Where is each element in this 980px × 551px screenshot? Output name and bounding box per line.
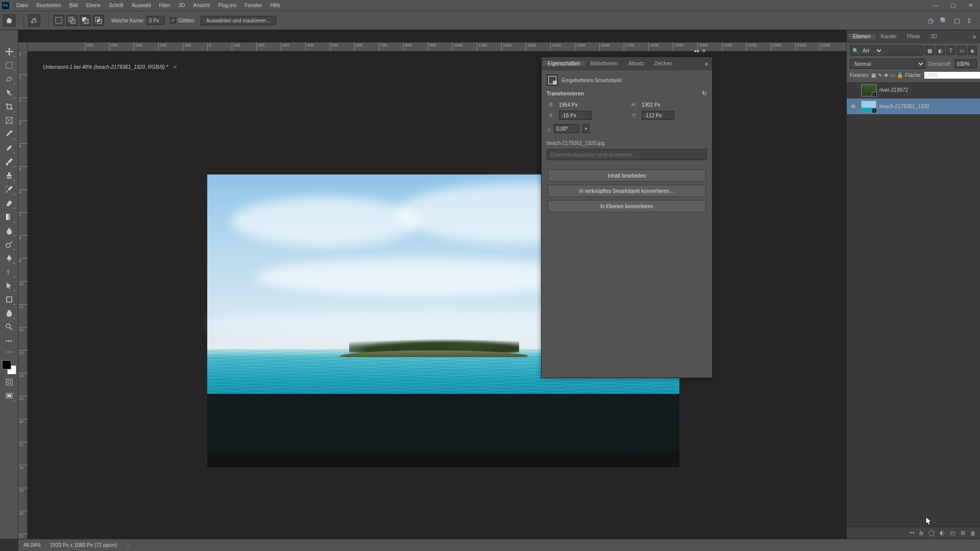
eraser-tool[interactable] [3, 197, 15, 209]
lock-all-icon[interactable]: 🔒 [897, 71, 903, 79]
x-input[interactable] [559, 111, 592, 120]
shape-tool[interactable] [3, 293, 15, 306]
edit-contents-button[interactable]: Inhalt bearbeiten [548, 169, 706, 182]
pen-tool[interactable] [3, 252, 15, 264]
minimize-button[interactable]: — [927, 0, 944, 11]
workspace-icon[interactable]: ▢ [954, 17, 960, 24]
convert-layers-button[interactable]: In Ebenen konvertieren [548, 200, 706, 212]
zoom-tool[interactable] [3, 321, 15, 333]
menu-bearbeiten[interactable]: Bearbeiten [32, 3, 65, 8]
blend-mode-select[interactable]: Normal [850, 59, 925, 69]
layer-group-icon[interactable]: 🗀 [950, 530, 955, 536]
menu-ansicht[interactable]: Ansicht [189, 3, 214, 8]
layer-comp-select[interactable] [547, 149, 707, 160]
new-layer-icon[interactable]: ⊞ [961, 530, 965, 536]
crop-tool[interactable] [3, 101, 15, 113]
filter-kind-select[interactable]: Art [861, 47, 883, 54]
close-tab-icon[interactable]: ✕ [173, 64, 177, 70]
lock-transparency-icon[interactable]: ▦ [871, 71, 876, 79]
layer-thumbnail[interactable]: ▫ [861, 101, 876, 113]
blur-tool[interactable] [3, 224, 15, 237]
status-more-icon[interactable]: 〉 [127, 542, 132, 549]
menu-bild[interactable]: Bild [65, 3, 82, 8]
share-icon[interactable]: ⇪ [966, 17, 972, 24]
menu-datei[interactable]: Datei [12, 3, 32, 8]
angle-dropdown-icon[interactable]: ▾ [582, 124, 590, 133]
menu-filter[interactable]: Filter [155, 3, 175, 8]
adjustment-layer-icon[interactable]: ◐ [940, 530, 945, 536]
layers-tab-pfade[interactable]: Pfade [902, 34, 925, 39]
properties-tab-zeichen[interactable]: Zeichen [649, 61, 677, 66]
layer-name[interactable]: river-219972 [879, 87, 908, 93]
visibility-toggle-icon[interactable]: 👁 [849, 103, 858, 110]
lock-paint-icon[interactable]: ✎ [878, 71, 882, 79]
maximize-button[interactable]: ▢ [944, 0, 962, 11]
document-tab[interactable]: Unbenannt-1 bei 48% (beach-2179361_1920,… [37, 62, 183, 72]
properties-tab-absatz[interactable]: Absatz [623, 61, 649, 66]
move-tool[interactable] [3, 45, 15, 58]
menu-plug-ins[interactable]: Plug-ins [214, 3, 240, 8]
layer-name[interactable]: beach-2179361_1920 [879, 104, 929, 109]
color-swatches[interactable] [2, 360, 16, 374]
cloud-sync-icon[interactable]: ◷ [928, 17, 934, 24]
vertical-ruler[interactable]: 01234567891011121314151617181920212223 [18, 52, 28, 539]
height-value[interactable]: 1302 Px [642, 102, 707, 108]
stamp-tool[interactable] [3, 169, 15, 182]
layers-tab-ebenen[interactable]: Ebenen [848, 34, 875, 39]
layers-panel-menu-icon[interactable]: ≡ [973, 34, 976, 40]
y-input[interactable] [642, 111, 674, 120]
heal-tool[interactable] [3, 142, 15, 154]
type-tool[interactable]: T [3, 266, 15, 278]
brush-tool[interactable] [3, 156, 15, 168]
panel-menu-icon[interactable]: ≡ [705, 61, 708, 67]
layers-tab-3d[interactable]: 3D [925, 34, 942, 39]
fg-color-swatch[interactable] [2, 360, 11, 369]
filter-smart-icon[interactable]: ◈ [968, 46, 977, 55]
active-tool-icon[interactable] [28, 14, 40, 27]
angle-input[interactable] [554, 124, 579, 133]
search-app-icon[interactable]: 🔍 [940, 17, 948, 24]
quick-mask-toggle[interactable] [3, 376, 15, 388]
subtract-selection-icon[interactable] [80, 15, 91, 26]
menu-auswahl[interactable]: Auswahl [128, 3, 155, 8]
layer-row[interactable]: ▫ river-219972 [847, 82, 980, 98]
more-tools[interactable]: ••• [3, 335, 15, 347]
lasso-tool[interactable] [3, 73, 15, 85]
marquee-tool[interactable] [3, 59, 15, 71]
antialias-checkbox[interactable] [170, 17, 176, 23]
convert-linked-button[interactable]: In verknüpftes Smartobjekt konvertieren… [548, 185, 706, 197]
filter-pixel-icon[interactable]: ▦ [925, 46, 934, 55]
opacity-input[interactable] [954, 59, 977, 68]
add-selection-icon[interactable] [66, 15, 78, 26]
edit-toolbar[interactable] [3, 348, 15, 356]
layer-row[interactable]: 👁 ▫ beach-2179361_1920 [847, 98, 980, 115]
filter-shape-icon[interactable]: ▭ [957, 46, 966, 55]
frame-tool[interactable] [3, 114, 15, 127]
canvas-area[interactable]: Unbenannt-1 bei 48% (beach-2179361_1920,… [18, 30, 846, 539]
new-selection-icon[interactable] [53, 15, 64, 26]
menu-schrift[interactable]: Schrift [105, 3, 127, 8]
menu-hilfe[interactable]: Hilfe [266, 3, 284, 8]
width-value[interactable]: 1954 Px [559, 102, 624, 108]
properties-tab-bibliotheken[interactable]: Bibliotheken [585, 61, 623, 66]
close-panel-icon[interactable]: ✕ [702, 48, 706, 54]
history-brush-tool[interactable] [3, 183, 15, 195]
doc-dimensions[interactable]: 1920 Px x 1080 Px (72 ppcm) [50, 542, 117, 548]
path-select-tool[interactable] [3, 280, 15, 292]
lock-artboard-icon[interactable]: ▭ [890, 71, 895, 79]
delete-layer-icon[interactable]: 🗑 [970, 530, 976, 536]
eyedropper-tool[interactable] [3, 128, 15, 140]
gradient-tool[interactable] [3, 211, 15, 223]
collapse-panel-icon[interactable]: ◂◂ [694, 48, 699, 54]
menu-3d[interactable]: 3D [175, 3, 189, 8]
filter-adjust-icon[interactable]: ◐ [936, 46, 945, 55]
layer-thumbnail[interactable]: ▫ [861, 84, 876, 96]
select-and-mask-button[interactable]: Auswählen und maskieren... [201, 16, 276, 26]
layers-tab-kanäle[interactable]: Kanäle [875, 34, 901, 39]
screen-mode-toggle[interactable] [3, 390, 15, 402]
dodge-tool[interactable] [3, 238, 15, 251]
intersect-selection-icon[interactable] [93, 15, 104, 26]
layer-mask-icon[interactable]: ◯ [928, 530, 935, 536]
reset-transform-icon[interactable]: ↻ [702, 90, 707, 97]
close-button[interactable]: ✕ [962, 0, 979, 11]
